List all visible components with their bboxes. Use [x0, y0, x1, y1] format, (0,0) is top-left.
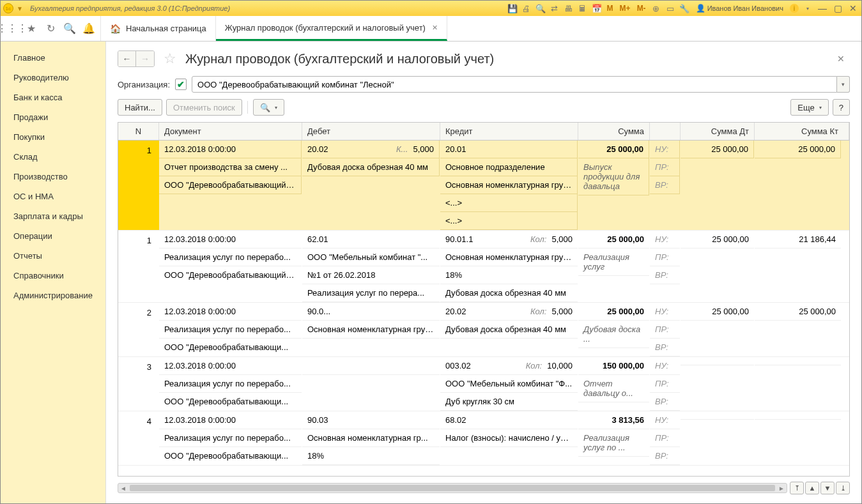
sidebar-item-purchases[interactable]: Покупки	[1, 127, 105, 147]
nav-up-button[interactable]: ▲	[805, 482, 819, 494]
star-icon[interactable]: ☆	[164, 50, 176, 67]
search-dropdown-button[interactable]: 🔍 ▾	[253, 99, 284, 116]
favorite-icon[interactable]: ★	[22, 17, 40, 41]
col-n[interactable]: N	[118, 123, 159, 140]
scroll-thumb[interactable]	[130, 485, 775, 491]
sidebar-item-production[interactable]: Производство	[1, 167, 105, 187]
bottom-bar: ◄ ► ⤒ ▲ ▼ ⤓	[106, 479, 861, 503]
save-icon[interactable]: 💾	[507, 3, 518, 13]
org-input[interactable]	[192, 76, 837, 93]
help-button[interactable]: ?	[833, 99, 850, 116]
cancel-search-button[interactable]: Отменить поиск	[166, 99, 242, 116]
more-button[interactable]: Еще ▾	[790, 99, 828, 116]
history-icon[interactable]: ↻	[42, 17, 59, 41]
settings-icon[interactable]: 🔧	[679, 3, 689, 13]
nav-forward-button[interactable]: →	[136, 51, 154, 66]
org-checkbox[interactable]: ✔	[175, 79, 187, 90]
bell-icon[interactable]: 🔔	[80, 17, 98, 41]
col-doc[interactable]: Документ	[159, 123, 302, 140]
sidebar: Главное Руководителю Банк и касса Продаж…	[1, 42, 105, 503]
scroll-right-icon[interactable]: ►	[776, 485, 787, 492]
horizontal-scrollbar[interactable]: ◄ ►	[118, 483, 787, 493]
filter-row: Организация: ✔ ▾	[106, 73, 861, 99]
cell-sumkt: 21 186,44	[755, 231, 849, 302]
compare-icon[interactable]: ⇄	[550, 3, 560, 13]
sidebar-item-main[interactable]: Главное	[1, 48, 105, 68]
table-row[interactable]: 112.03.2018 0:00:00Отчет производства за…	[118, 141, 849, 231]
cell-document: 12.03.2018 0:00:00Реализация услуг по пе…	[159, 357, 302, 411]
table-body[interactable]: 112.03.2018 0:00:00Отчет производства за…	[118, 141, 849, 476]
page-close-button[interactable]: ✕	[832, 51, 850, 66]
sidebar-item-warehouse[interactable]: Склад	[1, 147, 105, 167]
memory-mminus-button[interactable]: M-	[636, 4, 647, 13]
nav-small: ⤒ ▲ ▼ ⤓	[790, 482, 850, 494]
sidebar-item-hr[interactable]: Зарплата и кадры	[1, 206, 105, 226]
cell-sum: 150 000,00Отчет давальцу о...	[578, 357, 650, 411]
maximize-button[interactable]: ▢	[832, 3, 843, 13]
scroll-left-icon[interactable]: ◄	[118, 485, 128, 492]
tab-close-icon[interactable]: ✕	[432, 24, 438, 32]
credit-line: Дубовая доска обрезная 40 мм	[440, 284, 578, 302]
tag-label: ВР:	[650, 393, 680, 411]
calendar-icon[interactable]: 📅	[592, 3, 602, 13]
col-sumdt[interactable]: Сумма Дт	[681, 123, 755, 140]
org-dropdown-button[interactable]: ▾	[837, 76, 850, 93]
minimize-button[interactable]: —	[817, 3, 828, 13]
caret-icon: ▾	[819, 105, 822, 111]
sidebar-item-reports[interactable]: Отчеты	[1, 246, 105, 266]
col-credit[interactable]: Кредит	[440, 123, 578, 140]
tab-journal[interactable]: Журнал проводок (бухгалтерский и налогов…	[216, 16, 447, 41]
sidebar-item-sales[interactable]: Продажи	[1, 107, 105, 127]
nav-down-button[interactable]: ▼	[820, 482, 835, 494]
sidebar-item-bank[interactable]: Банк и касса	[1, 88, 105, 107]
apps-icon[interactable]: ⋮⋮⋮	[3, 17, 21, 41]
search-icon[interactable]: 🔍	[61, 17, 79, 41]
sumdt-value	[681, 411, 754, 420]
col-debit[interactable]: Дебет	[302, 123, 440, 140]
cell-credit: 003.02Кол:10,000ООО "Мебельный комбинат …	[440, 357, 578, 411]
find-button[interactable]: Найти...	[118, 99, 162, 116]
print-icon[interactable]: 🖨	[521, 3, 532, 13]
tab-home[interactable]: 🏠 Начальная страница	[101, 16, 216, 41]
sidebar-item-refs[interactable]: Справочники	[1, 266, 105, 286]
close-button[interactable]: ✕	[847, 3, 859, 13]
cell-credit: 20.02Кол:5,000Дубовая доска обрезная 40 …	[440, 303, 578, 356]
magnifier-icon: 🔍	[260, 103, 270, 112]
cell-n: 2	[118, 303, 159, 356]
nav-back-button[interactable]: ←	[118, 51, 136, 66]
table-row[interactable]: 412.03.2018 0:00:00Реализация услуг по п…	[118, 411, 849, 466]
memory-mplus-button[interactable]: M+	[619, 4, 632, 13]
nav-first-button[interactable]: ⤒	[790, 482, 804, 494]
sidebar-item-operations[interactable]: Операции	[1, 226, 105, 246]
memory-m-button[interactable]: M	[606, 4, 615, 13]
info-dropdown-icon[interactable]: ▾	[803, 3, 813, 13]
sidebar-item-manager[interactable]: Руководителю	[1, 68, 105, 88]
sumkt-value	[755, 357, 841, 365]
separator	[247, 101, 248, 114]
dropdown-icon[interactable]: ▼	[15, 3, 25, 13]
zoom-icon[interactable]: ⊕	[651, 3, 661, 13]
doc-line: 12.03.2018 0:00:00	[159, 357, 302, 375]
credit-line: Дубовая доска обрезная 40 мм	[440, 321, 578, 339]
col-sum[interactable]: Сумма	[578, 123, 650, 140]
col-tag[interactable]	[650, 123, 681, 140]
col-sumkt[interactable]: Сумма Кт	[755, 123, 849, 140]
info-icon[interactable]: i	[790, 4, 799, 13]
calculator-icon[interactable]: 🖩	[578, 3, 588, 13]
preview-icon[interactable]: 🔍	[535, 3, 546, 13]
table-row[interactable]: 312.03.2018 0:00:00Реализация услуг по п…	[118, 357, 849, 411]
panel-icon[interactable]: ▭	[665, 3, 675, 13]
doc-line: ООО "Деревообрабатывающи...	[159, 393, 302, 410]
user-label[interactable]: 👤 Иванов Иван Иванович	[693, 4, 786, 13]
table-row[interactable]: 112.03.2018 0:00:00Реализация услуг по п…	[118, 231, 849, 303]
table-row[interactable]: 212.03.2018 0:00:00Реализация услуг по п…	[118, 303, 849, 357]
print2-icon[interactable]: 🖶	[564, 3, 574, 13]
sidebar-item-admin[interactable]: Администрирование	[1, 286, 105, 305]
debit-account-line: 90.03	[302, 411, 440, 429]
nav-last-button[interactable]: ⤓	[836, 482, 850, 494]
sidebar-item-assets[interactable]: ОС и НМА	[1, 187, 105, 206]
page-header: ← → ☆ Журнал проводок (бухгалтерский и н…	[106, 42, 861, 73]
doc-line: 12.03.2018 0:00:00	[159, 231, 302, 248]
debit-line: ООО "Мебельный комбинат "...	[302, 248, 440, 266]
cell-sum: 25 000,00Выпуск продукции для давальца	[578, 141, 650, 230]
